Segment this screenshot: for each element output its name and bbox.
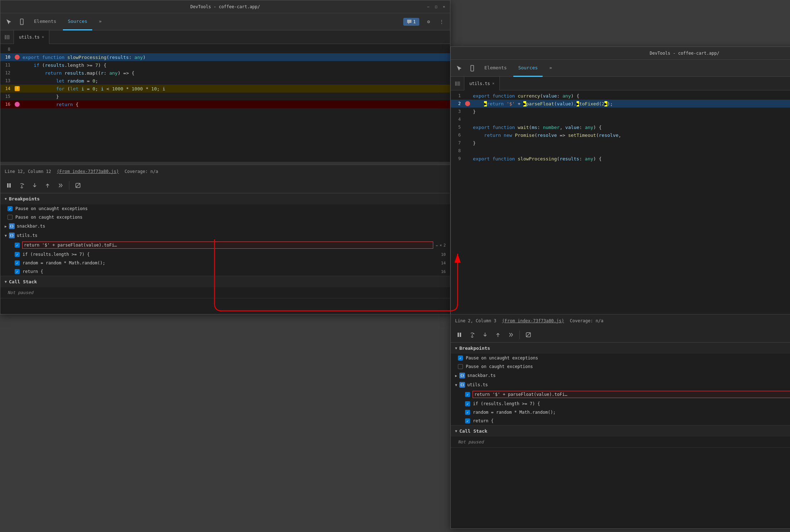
bp-group-snackbar-1[interactable]: ▶ {} snackbar.ts — [0, 222, 450, 231]
bp-item-return-2[interactable]: ✓ return { 16 — [451, 417, 790, 425]
code-line-12: 12 return results.map((r: any) => { — [0, 69, 450, 77]
file-tab-utils-1[interactable]: utils.ts × — [14, 30, 49, 44]
close-file-tab-2[interactable]: × — [492, 81, 495, 86]
close-file-tab-1[interactable]: × — [42, 35, 44, 39]
code-line-15: 15 } — [0, 93, 450, 100]
bp-check-length-2[interactable]: ✓ — [465, 401, 470, 406]
device-icon[interactable] — [16, 16, 28, 28]
deactivate-btn-1[interactable] — [72, 180, 84, 191]
from-file-1: (From index-73f73a80.js) — [57, 169, 119, 174]
svg-rect-8 — [471, 65, 474, 71]
snackbar-name-2: snackbar.ts — [467, 373, 495, 378]
code-line-16: 16 return { — [0, 100, 450, 108]
file-tab-utils-2[interactable]: utils.ts × — [464, 77, 500, 90]
pause-caught-label-2: Pause on caught exceptions — [466, 364, 533, 369]
bp-text-random-2: random = random * Math.random(); — [473, 410, 790, 415]
pause-uncaught-check-2[interactable]: ✓ — [458, 356, 463, 361]
callstack-chevron-2: ▼ — [455, 429, 457, 433]
step-into-btn-2[interactable] — [479, 329, 491, 340]
settings-icon-1[interactable]: ⚙ — [423, 16, 434, 28]
tab-more-2[interactable]: » — [544, 60, 557, 77]
bp-item-currency-1[interactable]: ✓ return '$' + parseFloat(value).toFi… ✏… — [0, 240, 450, 250]
status-bar-2: Line 2, Column 3 (From index-73f73a80.js… — [451, 314, 790, 327]
bp-item-length-1[interactable]: ✓ if (results.length >= 7) { 10 — [0, 250, 450, 259]
sidebar-toggle-1[interactable] — [0, 30, 14, 44]
tab-sources-1[interactable]: Sources — [63, 13, 93, 30]
code-line-1-w2: 1 export function currency(value: any) { — [451, 92, 790, 100]
bp-check-random-1[interactable]: ✓ — [15, 260, 20, 265]
code-editor-1: 8 10 export function slowProcessing(resu… — [0, 44, 450, 165]
bp-item-length-2[interactable]: ✓ if (results.length >= 7) { 10 — [451, 399, 790, 408]
bp-check-random-2[interactable]: ✓ — [465, 410, 470, 415]
bp-check-length-1[interactable]: ✓ — [15, 252, 20, 257]
utils-chevron-1: ▼ — [5, 234, 7, 238]
from-file-2: (From index-73f73a80.js) — [502, 318, 564, 323]
code-line-8: 8 — [0, 45, 450, 53]
step-into-btn-1[interactable] — [29, 180, 40, 191]
debug-toolbar-1 — [0, 178, 450, 193]
pause-btn-1[interactable] — [3, 180, 15, 191]
bp-check-currency-1[interactable]: ✓ — [15, 243, 20, 248]
edit-icon-1[interactable]: ✏ — [436, 243, 438, 248]
pause-uncaught-check-1[interactable]: ✓ — [8, 206, 13, 211]
step-over-btn-2[interactable] — [466, 329, 478, 340]
inspect-icon-2[interactable] — [454, 63, 465, 74]
close-btn-1[interactable]: ✕ — [441, 4, 446, 9]
callstack-section-2: ▼ Call Stack Not paused — [451, 426, 790, 448]
pause-btn-2[interactable] — [454, 329, 465, 340]
device-icon-2[interactable] — [466, 63, 478, 74]
file-tabs-2: utils.ts × — [451, 77, 790, 90]
bp-check-currency-2[interactable]: ✓ — [465, 392, 470, 397]
utils-chevron-2: ▼ — [455, 383, 457, 387]
breakpoints-header-2[interactable]: ▼ Breakpoints — [451, 343, 790, 354]
deactivate-btn-2[interactable] — [523, 329, 534, 340]
pause-caught-check-2[interactable] — [458, 364, 463, 369]
pause-caught-item-1[interactable]: Pause on caught exceptions — [0, 213, 450, 222]
message-badge-1[interactable]: 1 — [403, 18, 419, 26]
snackbar-ts-icon-1: {} — [9, 223, 15, 229]
tab-elements-1[interactable]: Elements — [29, 13, 61, 30]
bp-group-utils-2[interactable]: ▼ {} utils.ts — [451, 380, 790, 389]
bp-group-snackbar-2[interactable]: ▶ {} snackbar.ts — [451, 371, 790, 380]
svg-line-13 — [526, 333, 530, 337]
bp-check-return-2[interactable]: ✓ — [465, 418, 470, 423]
breakpoints-label-2: Breakpoints — [459, 345, 490, 351]
continue-btn-2[interactable] — [505, 329, 517, 340]
bp-item-random-1[interactable]: ✓ random = random * Math.random(); 14 — [0, 259, 450, 267]
snackbar-chevron-1: ▶ — [5, 224, 7, 228]
step-over-btn-1[interactable] — [16, 180, 28, 191]
sidebar-toggle-2[interactable] — [451, 77, 464, 90]
callstack-header-1[interactable]: ▼ Call Stack — [0, 276, 450, 287]
restore-btn-1[interactable]: □ — [434, 4, 439, 9]
debug-toolbar-2: » — [451, 327, 790, 343]
continue-btn-1[interactable] — [55, 180, 66, 191]
menu-icon-1[interactable]: ⋮ — [436, 16, 447, 28]
bp-text-currency-2: return '$' + parseFloat(value).toFi… — [473, 391, 790, 398]
tab-sources-2[interactable]: Sources — [513, 60, 543, 77]
pause-caught-item-2[interactable]: Pause on caught exceptions — [451, 362, 790, 371]
main-area-2: 1 export function currency(value: any) {… — [451, 90, 790, 314]
pause-uncaught-item-1[interactable]: ✓ Pause on uncaught exceptions — [0, 204, 450, 213]
tab-more-1[interactable]: » — [94, 13, 107, 30]
pause-caught-check-1[interactable] — [8, 215, 13, 220]
code-line-13: 13 let random = 0; — [0, 77, 450, 85]
bp-item-random-2[interactable]: ✓ random = random * Math.random(); 14 — [451, 408, 790, 417]
breakpoints-header-1[interactable]: ▼ Breakpoints — [0, 193, 450, 204]
bp-count-1: 2 — [443, 243, 446, 248]
tab-elements-2[interactable]: Elements — [479, 60, 512, 77]
bp-item-return-1[interactable]: ✓ return { 16 — [0, 267, 450, 276]
remove-icon-1[interactable]: × — [440, 243, 442, 248]
breakpoints-section-1: ▼ Breakpoints ✓ Pause on uncaught except… — [0, 193, 450, 276]
step-out-btn-2[interactable] — [492, 329, 504, 340]
inspect-icon[interactable] — [3, 16, 15, 28]
bp-check-return-1[interactable]: ✓ — [15, 269, 20, 274]
step-out-btn-1[interactable] — [42, 180, 53, 191]
minimize-btn-1[interactable]: — — [426, 4, 431, 9]
window-title-1: DevTools - coffee-cart.app/ — [190, 4, 260, 9]
bp-text-return-1: return { — [23, 269, 438, 274]
utils-name-1: utils.ts — [17, 233, 38, 238]
bp-group-utils-1[interactable]: ▼ {} utils.ts — [0, 231, 450, 240]
pause-uncaught-item-2[interactable]: ✓ Pause on uncaught exceptions — [451, 354, 790, 362]
callstack-header-2[interactable]: ▼ Call Stack — [451, 426, 790, 437]
bp-item-currency-2[interactable]: ✓ return '$' + parseFloat(value).toFi… ✏… — [451, 389, 790, 399]
